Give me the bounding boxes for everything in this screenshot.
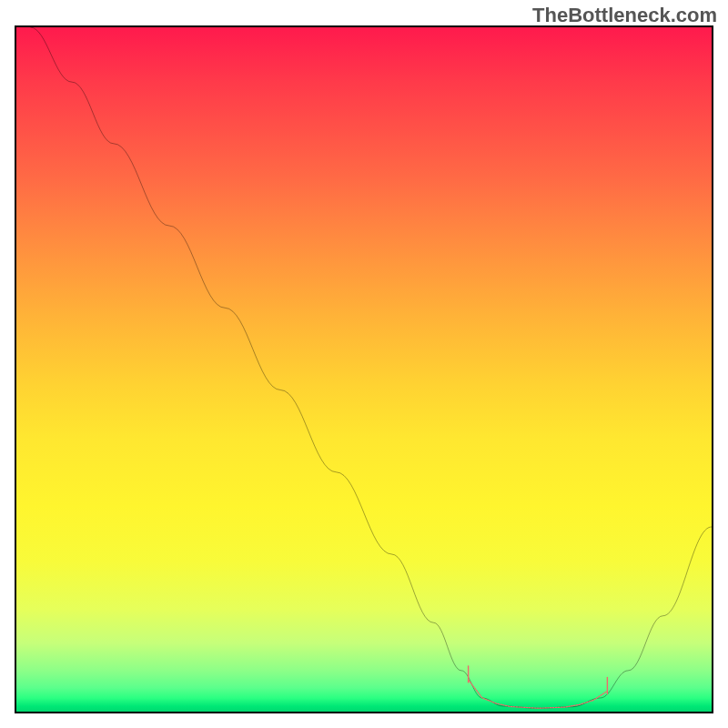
optimal-band-dash [469,680,608,708]
plot-area [15,25,713,713]
watermark-text: TheBottleneck.com [532,4,717,27]
curve-svg [16,27,712,712]
bottleneck-curve-path [30,27,712,708]
chart-container: TheBottleneck.com [0,0,728,728]
optimal-band-markers [469,666,608,708]
